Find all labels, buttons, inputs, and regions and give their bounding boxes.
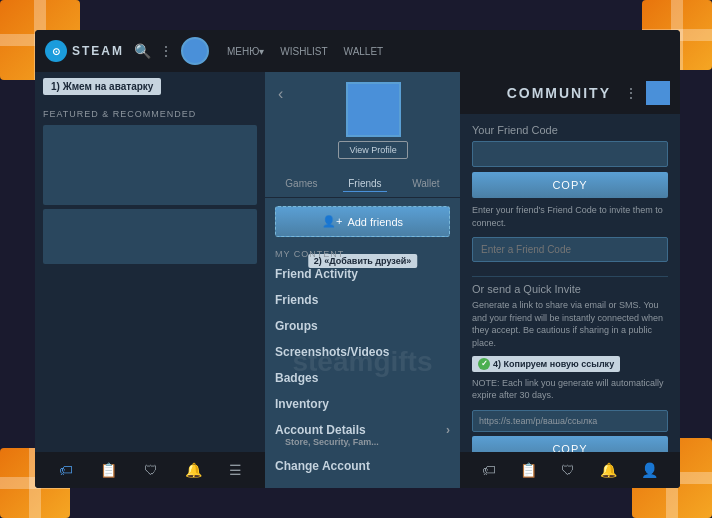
more-icon[interactable]: ⋮	[159, 43, 173, 59]
left-panel-header: 1) Жмем на аватарку	[35, 72, 265, 101]
store-nav-icon[interactable]: 📋	[100, 462, 117, 478]
featured-label: FEATURED & RECOMMENDED	[43, 109, 257, 119]
bell-nav-icon[interactable]: 🔔	[185, 462, 202, 478]
add-friends-button[interactable]: 👤+ Add friends	[275, 206, 450, 237]
community-avatar[interactable]	[646, 81, 670, 105]
account-details-item[interactable]: Account Details Store, Security, Fam... …	[265, 417, 460, 453]
home-nav-icon[interactable]: 🏷	[59, 462, 73, 478]
content-area: 1) Жмем на аватарку FEATURED & RECOMMEND…	[35, 72, 680, 488]
enter-friend-code-input[interactable]	[472, 237, 668, 262]
wishlist-nav-item[interactable]: WISHLIST	[272, 42, 335, 61]
step4-tooltip: ✓ 4) Копируем новую ссылку	[472, 356, 620, 372]
add-friends-icon: 👤+	[322, 215, 342, 228]
tab-games[interactable]: Games	[280, 176, 322, 192]
copy-friend-code-button[interactable]: COPY	[472, 172, 668, 198]
view-profile-button[interactable]: View Profile	[338, 141, 407, 159]
community-content: Your Friend Code COPY Enter your friend'…	[460, 114, 680, 452]
invite-link-row	[472, 410, 668, 432]
steam-logo-text: STEAM	[72, 44, 124, 58]
account-details-sub: Store, Security, Fam...	[275, 437, 389, 447]
community-more-icon[interactable]: ⋮	[624, 85, 638, 101]
wallet-nav-item[interactable]: WALLET	[336, 42, 392, 61]
right-panel: COMMUNITY ⋮ Your Friend Code COPY Enter …	[460, 72, 680, 488]
featured-image-1	[43, 125, 257, 205]
step1-tooltip: 1) Жмем на аватарку	[43, 78, 161, 95]
step4-label: 4) Копируем новую ссылку	[493, 359, 614, 369]
chevron-right-icon: ›	[446, 423, 450, 447]
my-content-label: MY CONTENT	[265, 245, 460, 261]
r-bell-icon[interactable]: 🔔	[600, 462, 617, 478]
groups-item[interactable]: Groups	[265, 313, 460, 339]
tab-friends[interactable]: Friends	[343, 176, 386, 192]
left-bottom-nav: 🏷 📋 🛡 🔔 ☰	[35, 452, 265, 488]
note-text: NOTE: Each link you generate will automa…	[472, 377, 668, 402]
middle-panel: ‹ View Profile 2) «Добавить друзей» Game…	[265, 72, 460, 488]
r-store-icon[interactable]: 📋	[520, 462, 537, 478]
add-friends-label: Add friends	[347, 216, 403, 228]
profile-tabs: Games Friends Wallet	[265, 171, 460, 198]
r-user-icon[interactable]: 👤	[641, 462, 658, 478]
friend-activity-item[interactable]: Friend Activity	[265, 261, 460, 287]
copy-invite-link-button[interactable]: COPY	[472, 436, 668, 452]
steam-icon: ⊙	[45, 40, 67, 62]
divider	[472, 276, 668, 277]
user-avatar[interactable]	[181, 37, 209, 65]
main-window: ⊙ STEAM 🔍 ⋮ МЕНЮ▾ WISHLIST WALLET 1) Жме…	[35, 30, 680, 488]
friend-code-section-title: Your Friend Code	[472, 124, 668, 136]
friend-code-desc: Enter your friend's Friend Code to invit…	[472, 204, 668, 229]
check-icon: ✓	[478, 358, 490, 370]
community-header: COMMUNITY ⋮	[460, 72, 680, 114]
menu-nav-item[interactable]: МЕНЮ▾	[219, 42, 272, 61]
header-icons: 🔍 ⋮	[134, 37, 209, 65]
badges-item[interactable]: Badges	[265, 365, 460, 391]
shield-nav-icon[interactable]: 🛡	[144, 462, 158, 478]
featured-section: FEATURED & RECOMMENDED	[35, 101, 265, 452]
back-button[interactable]: ‹	[270, 77, 291, 111]
featured-image-2	[43, 209, 257, 264]
search-icon[interactable]: 🔍	[134, 43, 151, 59]
profile-avatar[interactable]	[346, 82, 401, 137]
invite-link-input[interactable]	[472, 410, 668, 432]
community-title: COMMUNITY	[470, 85, 611, 101]
menu-nav-icon[interactable]: ☰	[229, 462, 242, 478]
friend-code-input[interactable]	[472, 141, 668, 167]
profile-area: View Profile	[291, 77, 455, 164]
r-shield-icon[interactable]: 🛡	[561, 462, 575, 478]
screenshots-item[interactable]: Screenshots/Videos	[265, 339, 460, 365]
friends-item[interactable]: Friends	[265, 287, 460, 313]
change-account-item[interactable]: Change Account	[265, 453, 460, 479]
steam-logo: ⊙ STEAM	[45, 40, 124, 62]
r-home-icon[interactable]: 🏷	[482, 462, 496, 478]
steam-header: ⊙ STEAM 🔍 ⋮ МЕНЮ▾ WISHLIST WALLET	[35, 30, 680, 72]
right-bottom-nav: 🏷 📋 🛡 🔔 👤	[460, 452, 680, 488]
quick-invite-title: Or send a Quick Invite	[472, 283, 668, 295]
featured-images	[43, 125, 257, 264]
header-nav: МЕНЮ▾ WISHLIST WALLET	[219, 42, 391, 61]
left-panel: 1) Жмем на аватарку FEATURED & RECOMMEND…	[35, 72, 265, 488]
tab-wallet[interactable]: Wallet	[407, 176, 444, 192]
quick-invite-desc: Generate a link to share via email or SM…	[472, 299, 668, 349]
account-details-label: Account Details	[275, 423, 389, 437]
inventory-item[interactable]: Inventory	[265, 391, 460, 417]
